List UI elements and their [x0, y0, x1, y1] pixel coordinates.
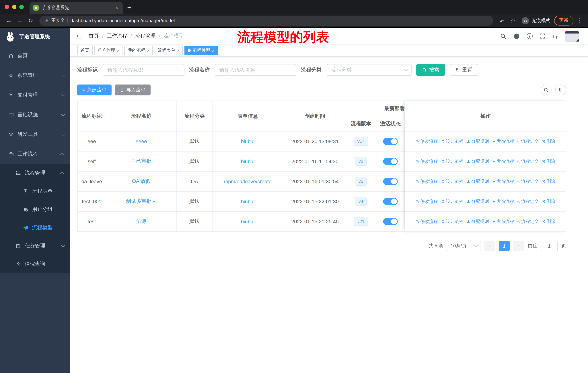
update-button[interactable]: 更新 — [554, 16, 573, 26]
refresh-table-button[interactable]: ↻ — [555, 84, 566, 95]
tag-close-icon[interactable]: × — [177, 48, 179, 53]
tab-close-icon[interactable]: × — [114, 5, 119, 10]
delete-link[interactable]: ✖删除 — [542, 198, 555, 204]
publish-process-link[interactable]: ➤发布流程 — [492, 158, 514, 164]
sidebar-item-home[interactable]: 首页 — [0, 46, 70, 66]
process-name-link[interactable]: eeee — [136, 138, 147, 144]
key-icon[interactable] — [497, 15, 507, 26]
goto-page-input[interactable] — [541, 241, 558, 251]
assign-rule-link[interactable]: ♟分配规则 — [467, 198, 489, 204]
design-process-link[interactable]: ⚙设计流程 — [441, 218, 463, 225]
edit-process-link[interactable]: ✎修改流程 — [416, 178, 438, 184]
breadcrumb-item[interactable]: 首页 — [89, 33, 99, 39]
process-id-input[interactable] — [103, 64, 184, 76]
zoom-window-button[interactable] — [19, 5, 24, 9]
process-name-input[interactable] — [215, 64, 296, 76]
active-toggle[interactable] — [383, 198, 398, 205]
process-definition-link[interactable]: ∞流程定义 — [517, 218, 539, 225]
delete-link[interactable]: ✖删除 — [542, 158, 555, 164]
form-info-link[interactable]: biubiu — [241, 138, 255, 144]
browser-tab[interactable]: 芋道管理系统 × — [30, 2, 123, 14]
active-toggle[interactable] — [383, 138, 398, 145]
delete-link[interactable]: ✖删除 — [542, 138, 555, 144]
import-process-button[interactable]: ↥ 导入流程 — [115, 84, 150, 95]
prev-page-button[interactable]: ‹ — [484, 241, 495, 251]
publish-process-link[interactable]: ➤发布流程 — [492, 218, 514, 225]
tag-tenant-management[interactable]: 租户管理 × — [94, 46, 123, 55]
form-info-link[interactable]: biubiu — [241, 219, 255, 224]
assign-rule-link[interactable]: ♟分配规则 — [467, 158, 489, 164]
design-process-link[interactable]: ⚙设计流程 — [441, 138, 463, 144]
bookmark-star-icon[interactable]: ☆ — [508, 15, 518, 26]
reset-button[interactable]: ↻ 重置 — [450, 64, 478, 76]
publish-process-link[interactable]: ➤发布流程 — [492, 198, 514, 204]
process-definition-link[interactable]: ∞流程定义 — [517, 198, 539, 204]
edit-process-link[interactable]: ✎修改流程 — [416, 138, 438, 144]
tag-process-model[interactable]: 流程模型 × — [185, 46, 218, 55]
active-toggle[interactable] — [383, 218, 398, 225]
sidebar-item-process-form[interactable]: 流程表单 — [0, 182, 70, 200]
reload-button[interactable]: ↻ — [26, 15, 36, 26]
breadcrumb-item[interactable]: 工作流程 — [107, 33, 127, 39]
active-toggle[interactable] — [383, 178, 398, 185]
forward-button[interactable]: → — [15, 15, 25, 26]
sidebar-item-workflow[interactable]: 工作流程 — [0, 144, 70, 164]
help-icon[interactable]: ? — [526, 33, 532, 39]
search-icon[interactable] — [500, 33, 506, 39]
browser-menu-icon[interactable]: ⋮ — [574, 15, 584, 26]
form-info-link[interactable]: biubiu — [241, 199, 255, 204]
tag-home[interactable]: 首页 — [77, 46, 93, 55]
close-window-button[interactable] — [5, 5, 9, 9]
current-page-button[interactable]: 1 — [499, 241, 510, 251]
sidebar-item-system[interactable]: ⚙ 系统管理 — [0, 66, 70, 85]
process-category-select[interactable]: 流程分类 — [327, 64, 411, 76]
font-size-icon[interactable]: TT — [552, 33, 558, 39]
edit-process-link[interactable]: ✎修改流程 — [416, 158, 438, 164]
next-page-button[interactable]: › — [513, 241, 524, 251]
search-button[interactable]: 搜索 — [416, 64, 445, 76]
sidebar-item-payment[interactable]: ¥ 支付管理 — [0, 85, 70, 105]
process-name-link[interactable]: 滔博 — [136, 218, 146, 225]
sidebar-toggle-icon[interactable] — [76, 33, 83, 39]
process-definition-link[interactable]: ∞流程定义 — [517, 178, 539, 184]
sidebar-item-leave-query[interactable]: 请假查询 — [0, 255, 70, 273]
design-process-link[interactable]: ⚙设计流程 — [441, 158, 463, 164]
tag-process-form[interactable]: 流程表单 × — [155, 46, 183, 55]
process-name-link[interactable]: 测试多审批人 — [126, 198, 157, 205]
edit-process-link[interactable]: ✎修改流程 — [416, 218, 438, 225]
tag-close-icon[interactable]: × — [147, 48, 149, 53]
form-info-link[interactable]: /bpm/oa/leave/create — [224, 179, 272, 184]
process-name-link[interactable]: OA 请假 — [132, 178, 151, 185]
assign-rule-link[interactable]: ♟分配规则 — [467, 138, 489, 144]
new-tab-button[interactable]: + — [127, 4, 131, 12]
process-definition-link[interactable]: ∞流程定义 — [517, 138, 539, 144]
publish-process-link[interactable]: ➤发布流程 — [492, 138, 514, 144]
process-name-link[interactable]: 自己审批 — [131, 158, 151, 165]
fullscreen-icon[interactable] — [539, 33, 545, 39]
tag-close-icon[interactable]: × — [117, 48, 119, 53]
design-process-link[interactable]: ⚙设计流程 — [441, 198, 463, 204]
active-toggle[interactable] — [383, 158, 398, 165]
back-button[interactable]: ← — [4, 15, 14, 26]
sidebar-item-process-management[interactable]: 流程管理 — [0, 164, 70, 182]
toggle-search-button[interactable] — [541, 84, 552, 95]
sidebar-item-process-model[interactable]: 流程模型 — [0, 219, 70, 237]
breadcrumb-item[interactable]: 流程管理 — [135, 33, 156, 39]
process-definition-link[interactable]: ∞流程定义 — [517, 158, 539, 164]
address-bar[interactable]: ⚠ 不安全 dashboard.yudao.iocoder.cn/bpm/man… — [39, 15, 493, 26]
sidebar-item-devtools[interactable]: ⚒ 研发工具 — [0, 125, 70, 144]
form-info-link[interactable]: biubiu — [241, 159, 255, 164]
design-process-link[interactable]: ⚙设计流程 — [441, 178, 463, 184]
create-process-button[interactable]: + 新建流程 — [77, 84, 111, 95]
github-icon[interactable] — [513, 33, 520, 39]
sidebar-item-user-group[interactable]: 用户分组 — [0, 200, 70, 219]
avatar[interactable] — [565, 31, 579, 41]
page-size-select[interactable]: 10条/页 — [447, 241, 481, 251]
edit-process-link[interactable]: ✎修改流程 — [416, 198, 438, 204]
assign-rule-link[interactable]: ♟分配规则 — [467, 178, 489, 184]
tag-my-process[interactable]: 我的流程 × — [125, 46, 153, 55]
assign-rule-link[interactable]: ♟分配规则 — [467, 218, 489, 225]
delete-link[interactable]: ✖删除 — [542, 218, 555, 225]
minimize-window-button[interactable] — [12, 5, 16, 9]
sidebar-item-task-management[interactable]: 任务管理 — [0, 237, 70, 255]
